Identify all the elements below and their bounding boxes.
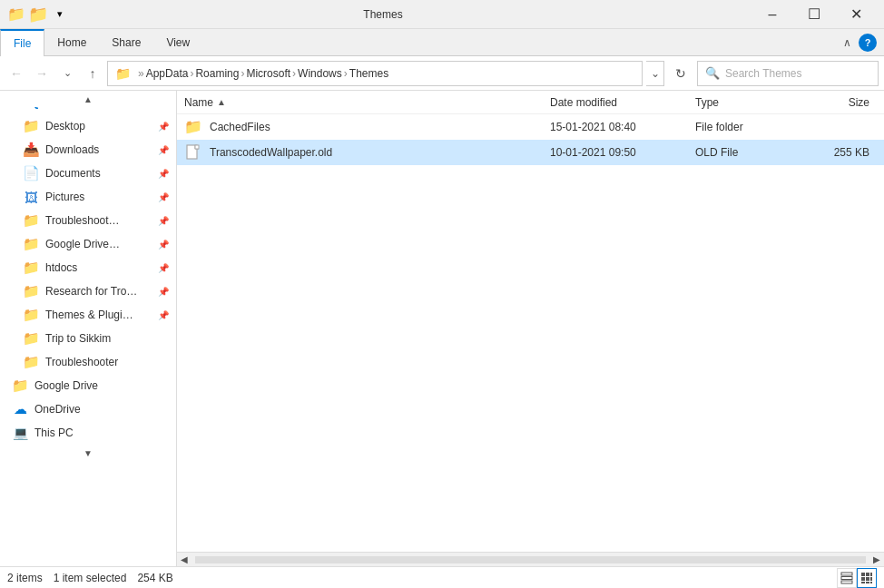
search-placeholder: Search Themes (725, 67, 802, 80)
search-box[interactable]: 🔍 Search Themes (697, 61, 879, 86)
tab-file[interactable]: File (0, 29, 44, 56)
tab-view[interactable]: View (153, 29, 202, 55)
svg-rect-10 (866, 577, 869, 581)
file-type: OLD File (695, 146, 804, 159)
maximize-btn[interactable]: ☐ (793, 0, 835, 29)
desktop-folder-icon: 📁 (22, 118, 40, 134)
breadcrumb-windows[interactable]: Windows (298, 67, 342, 80)
name-col-label: Name (184, 96, 213, 109)
downloads-pin-icon: 📌 (158, 145, 169, 155)
sidebar-item-pictures[interactable]: 🖼 Pictures 📌 (0, 185, 176, 209)
address-path[interactable]: 📁 » AppData › Roaming › Microsoft › Wind… (107, 61, 643, 86)
selected-size: 254 KB (137, 572, 172, 584)
pictures-pin-icon: 📌 (158, 192, 169, 202)
view-details-btn[interactable] (857, 568, 877, 588)
ribbon-tabs: File Home Share View ∧ ? (0, 29, 884, 56)
svg-rect-12 (861, 582, 865, 583)
refresh-btn[interactable]: ↻ (668, 61, 693, 86)
htdocs-icon: 📁 (22, 260, 40, 276)
main-area: ▲ ▼ Quick access 📁 Desktop 📌 📥 Downloads… (0, 91, 884, 566)
googledrive2-icon: 📁 (11, 377, 29, 394)
breadcrumb-sep: » (138, 67, 144, 80)
downloads-folder-icon: 📥 (22, 142, 40, 158)
file-name: TranscodedWallpaper.old (210, 146, 550, 159)
table-row[interactable]: TranscodedWallpaper.old 10-01-2021 09:50… (177, 140, 884, 165)
troubleshoot1-icon: 📁 (22, 212, 40, 229)
addressbar: ← → ⌄ ↑ 📁 » AppData › Roaming › Microsof… (0, 56, 884, 91)
svg-rect-2 (195, 145, 199, 149)
sidebar-item-htdocs[interactable]: 📁 htdocs 📌 (0, 256, 176, 279)
status-info: 2 items 1 item selected 254 KB (7, 572, 837, 584)
titlebar: 📁 📁 ▾ Themes – ☐ ✕ (0, 0, 884, 29)
sidebar-item-documents[interactable]: 📄 Documents 📌 (0, 162, 176, 185)
breadcrumb-microsoft[interactable]: Microsoft (246, 67, 290, 80)
sidebar-item-desktop[interactable]: 📁 Desktop 📌 (0, 114, 176, 138)
sidebar-item-thispc[interactable]: 💻 This PC (0, 421, 176, 445)
hscroll-right-btn[interactable]: ▶ (869, 553, 884, 567)
file-list: 📁 CachedFiles 15-01-2021 08:40 File fold… (177, 114, 884, 552)
col-type-header[interactable]: Type (695, 96, 804, 109)
sidebar-item-trip[interactable]: 📁 Trip to Sikkim (0, 327, 176, 350)
thispc-icon: 💻 (11, 426, 29, 440)
ribbon-expand: ∧ ? (836, 29, 884, 55)
help-btn[interactable]: ? (859, 34, 877, 52)
close-btn[interactable]: ✕ (835, 0, 877, 29)
htdocs-pin-icon: 📌 (158, 263, 169, 273)
back-btn[interactable]: ← (5, 63, 27, 84)
column-headers: Name ▲ Date modified Type Size (177, 91, 884, 114)
hscroll-left-btn[interactable]: ◀ (177, 553, 192, 567)
svg-rect-3 (841, 573, 852, 575)
trip-icon: 📁 (22, 330, 40, 347)
sidebar-item-troubleshooter[interactable]: 📁 Troubleshooter (0, 350, 176, 374)
sidebar-scroll-up[interactable]: ▲ (0, 91, 176, 107)
googledrive1-icon: 📁 (22, 236, 40, 252)
sidebar-item-troubleshoot1[interactable]: 📁 Troubleshoot… 📌 (0, 209, 176, 232)
tab-share[interactable]: Share (99, 29, 153, 55)
themes-plugins-pin-icon: 📌 (158, 310, 169, 320)
col-name-header[interactable]: Name ▲ (184, 96, 550, 109)
svg-rect-8 (870, 573, 872, 576)
googledrive1-pin-icon: 📌 (158, 240, 169, 250)
sidebar-item-themes-plugins[interactable]: 📁 Themes & Plugi… 📌 (0, 303, 176, 327)
sidebar-item-downloads[interactable]: 📥 Downloads 📌 (0, 138, 176, 162)
selected-info: 1 item selected (54, 572, 127, 584)
col-size-header[interactable]: Size (804, 96, 877, 109)
up-btn[interactable]: ↑ (82, 63, 103, 84)
svg-rect-5 (841, 581, 852, 583)
sidebar-item-research[interactable]: 📁 Research for Tro… 📌 (0, 279, 176, 303)
minimize-btn[interactable]: – (751, 0, 793, 29)
breadcrumb-themes[interactable]: Themes (349, 67, 388, 80)
svg-rect-13 (866, 582, 869, 583)
sidebar: ▲ ▼ Quick access 📁 Desktop 📌 📥 Downloads… (0, 91, 177, 566)
desktop-pin-icon: 📌 (158, 122, 169, 132)
onedrive-icon: ☁ (11, 401, 29, 417)
file-name: CachedFiles (210, 121, 550, 133)
horizontal-scrollbar[interactable]: ◀ ▶ (177, 552, 884, 566)
file-date: 10-01-2021 09:50 (550, 146, 695, 159)
file-type: File folder (695, 121, 804, 133)
documents-pin-icon: 📌 (158, 169, 169, 179)
sidebar-item-googledrive1[interactable]: 📁 Google Drive… 📌 (0, 232, 176, 256)
svg-rect-14 (870, 582, 872, 583)
sidebar-item-onedrive[interactable]: ☁ OneDrive (0, 397, 176, 421)
sidebar-item-googledrive2[interactable]: 📁 Google Drive (0, 374, 176, 397)
file-date: 15-01-2021 08:40 (550, 121, 695, 133)
sidebar-scroll-down[interactable]: ▼ (0, 445, 176, 461)
documents-folder-icon: 📄 (22, 165, 40, 181)
col-date-header[interactable]: Date modified (550, 96, 695, 109)
table-row[interactable]: 📁 CachedFiles 15-01-2021 08:40 File fold… (177, 114, 884, 140)
troubleshoot1-pin-icon: 📌 (158, 216, 169, 226)
svg-rect-4 (841, 576, 852, 579)
path-dropdown-btn[interactable]: ⌄ (646, 61, 664, 86)
hscroll-track[interactable] (195, 556, 866, 564)
view-list-btn[interactable] (837, 568, 857, 588)
tab-home[interactable]: Home (44, 29, 99, 55)
breadcrumb-appdata[interactable]: AppData (146, 67, 189, 80)
forward-btn[interactable]: → (31, 63, 53, 84)
window-title: Themes (15, 8, 751, 21)
window-controls: – ☐ ✕ (751, 0, 877, 29)
expand-icon[interactable]: ∧ (843, 36, 851, 49)
breadcrumb-roaming[interactable]: Roaming (195, 67, 239, 80)
dropdown-nav-btn[interactable]: ⌄ (56, 63, 78, 84)
themes-plugins-icon: 📁 (22, 307, 40, 323)
